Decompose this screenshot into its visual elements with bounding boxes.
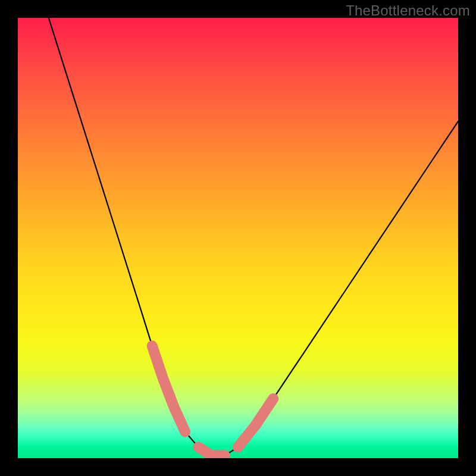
bottleneck-curve	[49, 18, 458, 456]
bottom-marker-segment	[198, 447, 224, 456]
plot-area	[18, 18, 458, 458]
marker-group	[152, 346, 274, 455]
watermark-text: TheBottleneck.com	[346, 2, 470, 19]
chart-frame: TheBottleneck.com	[0, 0, 476, 476]
curve-layer	[18, 18, 458, 458]
left-marker-segment	[152, 346, 186, 431]
right-marker-segment	[238, 399, 273, 447]
